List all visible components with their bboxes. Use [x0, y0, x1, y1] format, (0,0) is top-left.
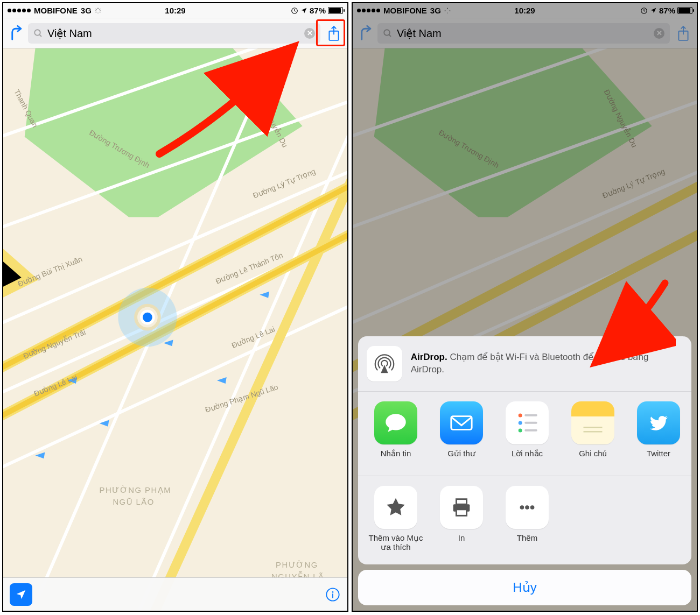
share-apps-row[interactable]: Nhắn tin Gửi thư [358, 392, 691, 476]
carrier-label: MOBIFONE [34, 6, 78, 15]
action-print[interactable]: In [433, 486, 489, 553]
svg-rect-4 [95, 9, 96, 10]
svg-rect-1 [97, 12, 98, 14]
svg-rect-55 [524, 422, 537, 424]
share-app-reminders[interactable]: Lời nhắc [499, 401, 555, 468]
clock-label: 10:29 [165, 6, 185, 15]
mail-icon [440, 401, 483, 444]
svg-point-52 [519, 414, 522, 418]
svg-text:NGŨ LÃO: NGŨ LÃO [113, 498, 154, 506]
status-bar: MOBIFONE 3G 10:29 87% [3, 3, 347, 18]
action-add-favorite[interactable]: Thêm vào Mục ưa thích [368, 486, 424, 553]
svg-point-22 [143, 313, 152, 322]
svg-rect-58 [584, 427, 603, 428]
svg-rect-53 [524, 414, 537, 416]
messages-icon [374, 401, 417, 444]
info-button[interactable] [325, 586, 341, 603]
svg-rect-5 [99, 11, 100, 12]
star-icon [374, 486, 417, 529]
svg-point-9 [34, 30, 40, 36]
printer-icon [440, 486, 483, 529]
svg-rect-57 [524, 429, 537, 432]
svg-rect-7 [95, 11, 96, 12]
svg-rect-2 [95, 10, 96, 11]
search-field[interactable]: Việt Nam ✕ [28, 23, 320, 44]
svg-rect-6 [99, 9, 100, 10]
airdrop-text: AirDrop. Chạm để bật Wi-Fi và Bluetooth … [411, 351, 683, 376]
clear-search-icon[interactable]: ✕ [304, 28, 315, 39]
share-sheet: AirDrop. Chạm để bật Wi-Fi và Bluetooth … [358, 336, 691, 605]
svg-point-56 [519, 429, 522, 433]
directions-icon[interactable] [8, 24, 24, 43]
share-app-notes[interactable]: Ghi chú [565, 401, 621, 468]
svg-rect-59 [584, 431, 603, 432]
signal-dots-icon [8, 9, 31, 12]
notes-icon [571, 401, 614, 444]
location-arrow-icon [300, 7, 307, 14]
orientation-lock-icon [291, 7, 298, 15]
search-value: Việt Nam [47, 27, 300, 40]
share-app-mail[interactable]: Gửi thư [433, 401, 489, 468]
battery-pct-label: 87% [310, 6, 326, 15]
locate-me-button[interactable] [10, 583, 32, 606]
svg-point-64 [525, 505, 529, 510]
network-label: 3G [81, 6, 92, 15]
map-canvas[interactable]: Đường Trương Định Đường Nguyễn Du Đường … [3, 48, 347, 611]
search-icon [33, 29, 43, 38]
airdrop-row[interactable]: AirDrop. Chạm để bật Wi-Fi và Bluetooth … [358, 336, 691, 391]
share-app-twitter[interactable]: Twitter [631, 401, 687, 468]
svg-rect-51 [451, 416, 472, 430]
action-more[interactable]: Thêm [499, 486, 555, 553]
svg-text:PHƯỜNG PHẠM: PHƯỜNG PHẠM [100, 485, 171, 494]
svg-point-65 [530, 505, 535, 510]
share-button[interactable] [325, 24, 343, 43]
svg-rect-3 [100, 10, 101, 11]
twitter-icon [637, 401, 680, 444]
more-icon [506, 486, 549, 529]
svg-rect-0 [97, 8, 98, 9]
phone-right: MOBIFONE 3G 10:29 87% Việt Nam ✕ [352, 2, 698, 612]
svg-rect-61 [456, 499, 466, 505]
phone-left: MOBIFONE 3G 10:29 87% Việt Nam ✕ [2, 2, 348, 612]
reminders-icon [506, 401, 549, 444]
share-actions-row[interactable]: Thêm vào Mục ưa thích In Thêm [358, 476, 691, 564]
battery-icon [328, 7, 343, 14]
loading-spinner-icon [95, 8, 101, 14]
nav-bar: Việt Nam ✕ [3, 18, 347, 48]
cancel-button[interactable]: Hủy [358, 570, 691, 605]
svg-point-54 [519, 421, 522, 425]
airdrop-icon [367, 346, 402, 381]
bottom-toolbar [3, 577, 347, 611]
svg-point-63 [520, 505, 524, 510]
svg-point-38 [332, 591, 334, 592]
share-app-messages[interactable]: Nhắn tin [368, 401, 424, 468]
svg-rect-62 [456, 510, 466, 516]
svg-text:PHƯỜNG: PHƯỜNG [276, 560, 318, 569]
